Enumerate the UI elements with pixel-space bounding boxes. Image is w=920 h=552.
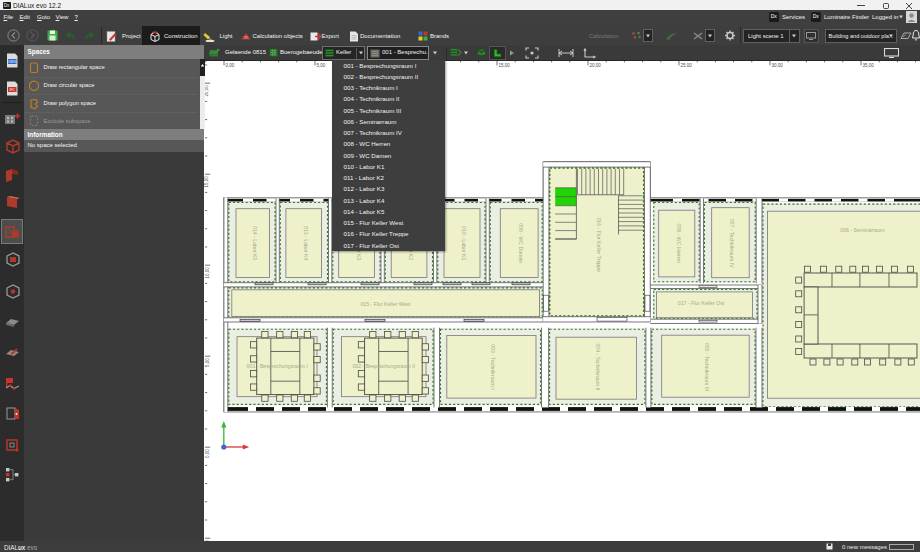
svg-text:15,00: 15,00: [205, 176, 210, 188]
svg-text:006 - Seminarraum: 006 - Seminarraum: [840, 227, 884, 233]
svg-text:0,00: 0,00: [205, 448, 210, 457]
svg-text:003 - Technikraum I: 003 - Technikraum I: [490, 344, 496, 389]
svg-text:25,00: 25,00: [680, 63, 692, 68]
svg-text:10,00: 10,00: [205, 266, 210, 278]
svg-text:016 - Flur Keller Treppe: 016 - Flur Keller Treppe: [595, 217, 601, 272]
svg-text:20,00: 20,00: [205, 85, 210, 97]
svg-text:20,00: 20,00: [589, 63, 601, 68]
svg-text:0,00: 0,00: [226, 63, 235, 68]
svg-text:005 - Technikraum III: 005 - Technikraum III: [704, 343, 710, 391]
svg-text:001 - Besprechungsraum I: 001 - Besprechungsraum I: [247, 363, 308, 369]
svg-text:017 - Flur Keller Ost: 017 - Flur Keller Ost: [678, 299, 725, 305]
svg-text:004 - Technikraum II: 004 - Technikraum II: [595, 343, 601, 390]
svg-text:IFC: IFC: [9, 87, 15, 91]
svg-text:30,00: 30,00: [771, 63, 783, 68]
svg-text:007 - Technikraum IV: 007 - Technikraum IV: [729, 219, 735, 268]
svg-text:002 - Besprechungsraum II: 002 - Besprechungsraum II: [352, 363, 415, 369]
svg-text:009 - WC Damen: 009 - WC Damen: [518, 223, 524, 263]
svg-text:35,00: 35,00: [862, 63, 874, 68]
svg-text:008 - WC Herren: 008 - WC Herren: [676, 223, 682, 262]
svg-text:015 - Flur Keller West: 015 - Flur Keller West: [360, 300, 411, 306]
svg-text:DWG: DWG: [8, 59, 16, 63]
svg-text:15,00: 15,00: [499, 63, 511, 68]
svg-text:014 - Labor K5: 014 - Labor K5: [252, 226, 258, 260]
svg-text:5,00: 5,00: [205, 357, 210, 366]
svg-text:010 - Labor K1: 010 - Labor K1: [461, 226, 467, 260]
svg-text:5,00: 5,00: [317, 63, 326, 68]
svg-text:013 - Labor K4: 013 - Labor K4: [303, 226, 309, 260]
